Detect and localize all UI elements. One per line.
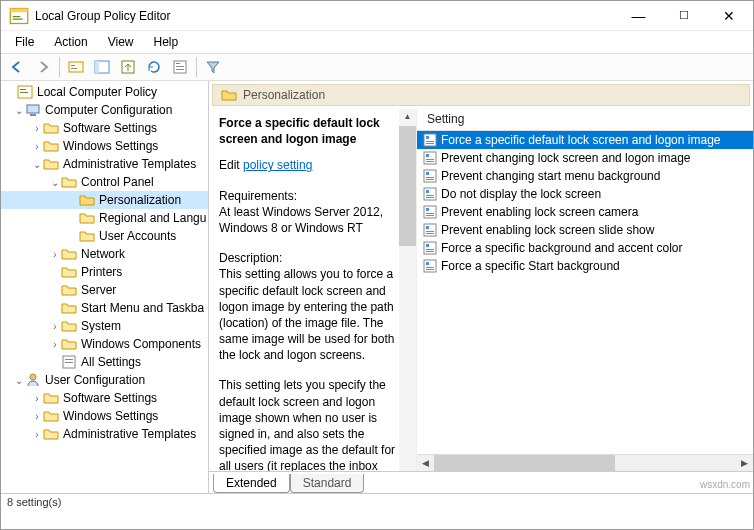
menu-file[interactable]: File: [7, 33, 42, 51]
vertical-scrollbar[interactable]: ▲: [399, 109, 416, 471]
folder-icon: [61, 264, 77, 280]
tree-label: Regional and Langu: [99, 211, 206, 225]
tree-item[interactable]: ⌄Control Panel: [1, 173, 208, 191]
tree-item[interactable]: ›Windows Settings: [1, 407, 208, 425]
folder-icon: [61, 282, 77, 298]
tree-label: Control Panel: [81, 175, 154, 189]
menu-view[interactable]: View: [100, 33, 142, 51]
list-item[interactable]: Force a specific Start background: [417, 257, 753, 275]
tree-label: Computer Configuration: [45, 103, 172, 117]
tree-user-config[interactable]: ⌄User Configuration: [1, 371, 208, 389]
menu-action[interactable]: Action: [46, 33, 95, 51]
tree-computer-config[interactable]: ⌄Computer Configuration: [1, 101, 208, 119]
filter-button[interactable]: [201, 55, 225, 79]
tree-panel: Local Computer Policy ⌄Computer Configur…: [1, 81, 209, 493]
tree-item[interactable]: ›Software Settings: [1, 119, 208, 137]
tree-label: Software Settings: [63, 121, 157, 135]
svg-rect-16: [20, 92, 28, 93]
tree-item[interactable]: Regional and Langu: [1, 209, 208, 227]
tree-item[interactable]: Server: [1, 281, 208, 299]
column-header-setting[interactable]: Setting: [417, 109, 753, 131]
tree-label: Administrative Templates: [63, 157, 196, 171]
svg-rect-41: [426, 213, 434, 214]
svg-rect-29: [426, 159, 434, 160]
svg-rect-15: [20, 89, 26, 90]
export-icon: [120, 59, 136, 75]
tree-item[interactable]: Start Menu and Taskba: [1, 299, 208, 317]
refresh-icon: [146, 59, 162, 75]
scrollbar-thumb[interactable]: [434, 455, 615, 472]
svg-rect-51: [424, 260, 436, 272]
svg-rect-20: [65, 359, 73, 360]
properties-icon: [172, 59, 188, 75]
tree-item[interactable]: All Settings: [1, 353, 208, 371]
svg-rect-6: [71, 68, 77, 69]
arrow-right-icon: [35, 59, 51, 75]
toolbar: [1, 53, 753, 81]
tab-standard[interactable]: Standard: [290, 474, 365, 493]
tree-item[interactable]: User Accounts: [1, 227, 208, 245]
scroll-left-button[interactable]: ◀: [417, 455, 434, 472]
list-item[interactable]: Prevent enabling lock screen slide show: [417, 221, 753, 239]
svg-rect-35: [424, 188, 436, 200]
filter-icon: [205, 59, 221, 75]
policy-item-icon: [423, 259, 437, 273]
svg-rect-39: [424, 206, 436, 218]
svg-rect-37: [426, 195, 434, 196]
tree-item[interactable]: ›Network: [1, 245, 208, 263]
tree-item[interactable]: Printers: [1, 263, 208, 281]
list-item[interactable]: Prevent enabling lock screen camera: [417, 203, 753, 221]
forward-button[interactable]: [31, 55, 55, 79]
tree-item[interactable]: ›Windows Settings: [1, 137, 208, 155]
watermark: wsxdn.com: [700, 479, 750, 490]
svg-rect-5: [71, 65, 75, 66]
svg-rect-27: [424, 152, 436, 164]
tab-extended[interactable]: Extended: [213, 474, 290, 493]
svg-rect-33: [426, 177, 434, 178]
tool-btn-2[interactable]: [90, 55, 114, 79]
folder-icon: [43, 120, 59, 136]
panel-icon: [94, 59, 110, 75]
menu-help[interactable]: Help: [146, 33, 187, 51]
tree-label: Windows Settings: [63, 409, 158, 423]
list-item[interactable]: Prevent changing lock screen and logon i…: [417, 149, 753, 167]
horizontal-scrollbar[interactable]: ◀ ▶: [417, 454, 753, 471]
back-button[interactable]: [5, 55, 29, 79]
scrollbar-thumb[interactable]: [399, 126, 416, 246]
tree-label: Windows Components: [81, 337, 201, 351]
list-item[interactable]: Force a specific default lock screen and…: [417, 131, 753, 149]
tool-btn-4[interactable]: [142, 55, 166, 79]
edit-policy-link[interactable]: policy setting: [243, 158, 312, 172]
list-item[interactable]: Do not display the lock screen: [417, 185, 753, 203]
tree-item[interactable]: ›Software Settings: [1, 389, 208, 407]
svg-rect-34: [426, 179, 434, 180]
description-p2: This setting lets you specify the defaul…: [219, 377, 406, 471]
folder-icon: [43, 390, 59, 406]
tool-btn-3[interactable]: [116, 55, 140, 79]
folder-icon: [43, 426, 59, 442]
minimize-button[interactable]: —: [616, 2, 661, 30]
tool-btn-5[interactable]: [168, 55, 192, 79]
tree-label: Windows Settings: [63, 139, 158, 153]
tree-label: Local Computer Policy: [37, 85, 157, 99]
tree-label: All Settings: [81, 355, 141, 369]
tree-item[interactable]: ›Windows Components: [1, 335, 208, 353]
tool-btn-1[interactable]: [64, 55, 88, 79]
tree-item-personalization[interactable]: Personalization: [1, 191, 208, 209]
list-item[interactable]: Force a specific background and accent c…: [417, 239, 753, 257]
tree-item[interactable]: ›Administrative Templates: [1, 425, 208, 443]
maximize-button[interactable]: ☐: [661, 2, 706, 30]
tree-label: User Configuration: [45, 373, 145, 387]
tree-item[interactable]: ›System: [1, 317, 208, 335]
close-button[interactable]: ✕: [706, 2, 751, 30]
title-bar: Local Group Policy Editor — ☐ ✕: [1, 1, 753, 31]
list-item[interactable]: Prevent changing start menu background: [417, 167, 753, 185]
svg-rect-3: [13, 18, 23, 19]
tree-root[interactable]: Local Computer Policy: [1, 83, 208, 101]
svg-rect-44: [426, 226, 429, 229]
tree-item[interactable]: ⌄Administrative Templates: [1, 155, 208, 173]
scroll-right-button[interactable]: ▶: [736, 455, 753, 472]
tree-label: Administrative Templates: [63, 427, 196, 441]
user-icon: [25, 372, 41, 388]
scrollbar-track[interactable]: [434, 455, 736, 472]
